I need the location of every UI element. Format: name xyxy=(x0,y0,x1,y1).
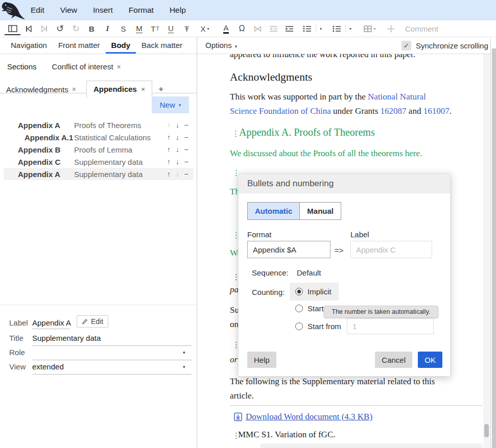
attachment-block[interactable] xyxy=(261,443,482,448)
funder-link[interactable]: National Natural xyxy=(368,92,426,102)
mmc-caption[interactable]: MMC S1. Variation of fGC. xyxy=(238,430,335,440)
appendix-a-heading[interactable]: Appendix A. Proofs of Theorems xyxy=(239,127,375,138)
redo-button[interactable]: ↻ xyxy=(68,22,84,35)
chevron-down-icon[interactable]: ▾ xyxy=(183,364,185,369)
format-input[interactable]: Appendix $A xyxy=(247,241,330,258)
new-appendix-button[interactable]: New ▾ xyxy=(152,96,189,113)
label-field-value[interactable]: Appendix A xyxy=(32,318,71,327)
remove-button[interactable]: − xyxy=(182,158,191,166)
indent-button[interactable] xyxy=(281,22,297,35)
tab-back-matter[interactable]: Back matter xyxy=(136,37,188,54)
tab-conflict-of-interest[interactable]: Conflict of interest × xyxy=(52,62,121,71)
supplementary-paragraph-line1[interactable]: The following is the Supplementary mater… xyxy=(230,377,435,387)
tab-acknowledgments[interactable]: Acknowledgments × xyxy=(6,85,76,94)
monospace-button[interactable]: M xyxy=(131,22,147,35)
strikethrough-button[interactable]: Ŧ xyxy=(179,22,195,35)
remove-button[interactable]: − xyxy=(182,121,191,129)
sub-superscript-button[interactable]: X▾ xyxy=(195,22,215,35)
tab-appendices[interactable]: Appendices × xyxy=(86,81,152,98)
move-up-button[interactable]: ↑ xyxy=(164,170,173,178)
acknowledgments-paragraph-line1[interactable]: This work was supported in part by the N… xyxy=(230,92,426,102)
move-up-button[interactable]: ↑ xyxy=(164,158,173,166)
view-field-value[interactable]: extended xyxy=(32,362,64,371)
special-character-button[interactable]: Ω xyxy=(234,22,250,35)
chevron-down-icon[interactable]: ▾ xyxy=(183,350,185,355)
undo-button[interactable]: ↺ xyxy=(52,22,68,35)
appendix-a-paragraph[interactable]: We discussed about the Proofs of all the… xyxy=(230,148,422,159)
menu-view[interactable]: View xyxy=(60,6,77,15)
synchronize-scrolling-checkbox[interactable]: ✓ xyxy=(401,41,411,51)
menu-edit[interactable]: Edit xyxy=(31,6,44,15)
move-button[interactable] xyxy=(383,22,399,35)
clipped-paragraph[interactable]: appeared to influence the work reported … xyxy=(230,54,415,60)
jump-previous-button[interactable] xyxy=(20,22,36,35)
toggle-panel-button[interactable] xyxy=(5,23,20,35)
move-up-button[interactable]: ↑ xyxy=(164,121,173,129)
close-icon[interactable]: × xyxy=(72,85,76,93)
cancel-button[interactable]: Cancel xyxy=(375,352,412,368)
radio-unselected-icon[interactable] xyxy=(295,305,303,312)
table-row[interactable]: Appendix A.1 Statistical Calculations ↑↓… xyxy=(4,131,193,143)
grant-link[interactable]: 162087 xyxy=(381,106,407,116)
document-scrollbar[interactable] xyxy=(483,54,490,448)
table-row[interactable]: Appendix B Proofs of Lemma ↑↓− xyxy=(4,143,193,156)
move-down-button[interactable]: ↓ xyxy=(173,145,182,154)
remove-button[interactable]: − xyxy=(182,145,191,154)
menu-format[interactable]: Format xyxy=(129,6,154,15)
counting-start-from-option[interactable]: Start from xyxy=(295,322,341,331)
move-up-button[interactable]: ↑ xyxy=(164,145,173,154)
menu-insert[interactable]: Insert xyxy=(93,6,113,15)
ok-button[interactable]: OK xyxy=(418,352,442,368)
remove-button[interactable]: − xyxy=(182,133,191,141)
comment-button[interactable]: Comment xyxy=(405,24,438,33)
numbered-list-button[interactable] xyxy=(329,22,345,35)
move-down-button[interactable]: ↓ xyxy=(173,121,182,129)
join-button[interactable]: ⋈ xyxy=(250,22,266,35)
tab-navigation[interactable]: Navigation xyxy=(5,37,53,54)
close-icon[interactable]: × xyxy=(117,63,121,71)
jump-next-button[interactable] xyxy=(36,22,52,35)
counting-implicit-option[interactable]: Implicit xyxy=(290,283,339,301)
close-icon[interactable]: × xyxy=(141,85,145,93)
download-word-document-link[interactable]: Download Word document (4.3 KB) xyxy=(246,412,372,422)
tab-front-matter[interactable]: Front matter xyxy=(53,37,106,54)
title-field-value[interactable]: Supplementary data xyxy=(32,334,101,342)
table-row[interactable]: Appendix A Proofs of Theorems ↑↓− xyxy=(4,119,193,131)
bullet-list-dropdown[interactable]: ▾ xyxy=(317,22,325,35)
edit-label-button[interactable]: Edit xyxy=(77,315,108,328)
bullet-list-button[interactable] xyxy=(299,22,315,35)
bold-button[interactable]: B xyxy=(84,22,100,35)
move-down-button[interactable]: ↓ xyxy=(173,133,182,141)
italic-button[interactable]: I xyxy=(100,22,115,35)
help-button[interactable]: Help xyxy=(247,352,276,368)
acknowledgments-paragraph-line2[interactable]: Science Foundation of China under Grants… xyxy=(230,106,452,116)
tab-manual[interactable]: Manual xyxy=(299,203,341,219)
small-caps-button[interactable]: S xyxy=(115,22,131,35)
move-up-button[interactable]: ↑ xyxy=(164,133,173,141)
table-button[interactable]: ▾ xyxy=(359,22,381,35)
scrollbar-thumb[interactable] xyxy=(484,424,489,437)
tab-body[interactable]: Body xyxy=(106,37,136,54)
dedent-button[interactable] xyxy=(266,22,281,35)
radio-unselected-icon[interactable] xyxy=(295,322,303,330)
acknowledgments-heading[interactable]: Acknowledgments xyxy=(230,71,312,84)
tab-automatic[interactable]: Automatic xyxy=(248,203,299,219)
options-dropdown[interactable]: Options▾ xyxy=(205,37,237,55)
numbered-list-dropdown[interactable]: ▾ xyxy=(346,22,355,35)
obscured-text-fragment[interactable]: pa xyxy=(230,285,239,295)
menu-help[interactable]: Help xyxy=(170,6,186,15)
obscured-text-fragment[interactable]: or xyxy=(230,355,238,365)
sequence-value[interactable]: Default xyxy=(297,268,321,277)
radio-selected-icon[interactable] xyxy=(295,288,303,295)
underline-button[interactable]: U xyxy=(163,22,179,35)
download-file-icon[interactable] xyxy=(233,412,243,421)
start-from-input[interactable]: 1 xyxy=(347,318,434,334)
grant-link[interactable]: 161007 xyxy=(423,106,450,116)
move-down-button[interactable]: ↓ xyxy=(173,158,182,166)
supplementary-paragraph-line2[interactable]: article. xyxy=(230,391,254,401)
funder-link[interactable]: Science Foundation of China xyxy=(230,106,331,116)
panel-divider[interactable] xyxy=(197,37,197,448)
text-color-button[interactable]: A xyxy=(218,22,234,35)
obscured-text-fragment[interactable]: on xyxy=(230,319,239,330)
table-row-selected[interactable]: Appendix A Supplementary data ↑↓− xyxy=(4,168,193,180)
